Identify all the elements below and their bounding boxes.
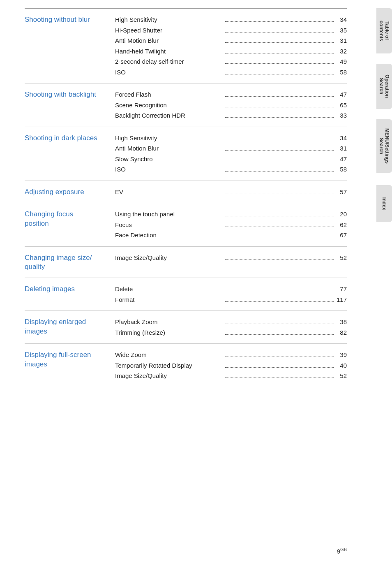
entry-label: High Sensitivity	[115, 133, 224, 144]
entry-page: 49	[335, 56, 347, 67]
entry-page: 58	[335, 164, 347, 175]
toc-entry[interactable]: Image Size/Quality52	[115, 253, 347, 263]
toc-entry[interactable]: Forced Flash47	[115, 89, 347, 100]
toc-entries: High Sensitivity34Anti Motion Blur31Slow…	[115, 133, 347, 175]
toc-entry[interactable]: EV57	[115, 187, 347, 197]
entry-dots	[225, 194, 334, 194]
entry-page: 40	[335, 360, 347, 371]
toc-entry[interactable]: Using the touch panel20	[115, 209, 347, 220]
entry-label: High Sensitivity	[115, 14, 224, 25]
entry-label: Delete	[115, 284, 224, 294]
toc-row: Deleting imagesDelete77Format117	[25, 278, 347, 310]
toc-entry[interactable]: High Sensitivity34	[115, 14, 347, 25]
toc-entry[interactable]: 2-second delay self-timer49	[115, 56, 347, 67]
entry-page: 33	[335, 110, 347, 121]
toc-category: Shooting with backlight	[25, 89, 115, 100]
toc-entry[interactable]: Trimming (Resize)82	[115, 327, 347, 338]
entry-label: Wide Zoom	[115, 350, 224, 360]
toc-entry[interactable]: High Sensitivity34	[115, 133, 347, 144]
entry-label: Anti Motion Blur	[115, 143, 224, 154]
toc-row: Changing image size/qualityImage Size/Qu…	[25, 246, 347, 278]
toc-entry[interactable]: Slow Synchro47	[115, 154, 347, 164]
entry-label: ISO	[115, 164, 224, 175]
entry-label: ISO	[115, 67, 224, 78]
entry-label: Anti Motion Blur	[115, 35, 224, 46]
entry-dots	[225, 161, 334, 161]
entry-label: Format	[115, 294, 224, 305]
entry-page: 34	[335, 133, 347, 144]
entry-dots	[225, 74, 334, 74]
tab-menu-label: MENU/SettingsSearch	[378, 128, 390, 164]
entry-page: 82	[335, 327, 347, 338]
entry-label: Hand-held Twilight	[115, 46, 224, 57]
toc-category: Changing image size/quality	[25, 253, 115, 272]
toc-entry[interactable]: Backlight Correction HDR33	[115, 110, 347, 121]
tab-menu-settings-search[interactable]: MENU/SettingsSearch	[376, 119, 392, 173]
entry-dots	[225, 42, 334, 43]
tab-operation-search[interactable]: OperationSearch	[376, 64, 392, 109]
entry-dots	[225, 117, 334, 118]
tab-index[interactable]: Index	[376, 185, 392, 222]
toc-entries: Wide Zoom39Temporarily Rotated Display40…	[115, 350, 347, 381]
entry-page: 47	[335, 89, 347, 100]
entry-label: Using the touch panel	[115, 209, 224, 220]
toc-entry[interactable]: Image Size/Quality52	[115, 371, 347, 381]
entry-page: 32	[335, 46, 347, 57]
toc-entry[interactable]: Delete77	[115, 284, 347, 294]
page-number: 9GB	[337, 547, 347, 555]
toc-row: Shooting with backlightForced Flash47Sce…	[25, 83, 347, 127]
entry-dots	[225, 150, 334, 151]
entry-page: 47	[335, 154, 347, 164]
entry-dots	[225, 63, 334, 64]
entry-page: 117	[335, 294, 347, 305]
toc-entry[interactable]: Face Detection67	[115, 230, 347, 241]
toc-entry[interactable]: Anti Motion Blur31	[115, 35, 347, 46]
toc-entries: Forced Flash47Scene Recognition65Backlig…	[115, 89, 347, 121]
toc-entry[interactable]: Hand-held Twilight32	[115, 46, 347, 57]
toc-row: Displaying enlargedimagesPlayback Zoom38…	[25, 310, 347, 343]
entry-page: 35	[335, 25, 347, 36]
entry-dots	[225, 259, 334, 260]
toc-entry[interactable]: Temporarily Rotated Display40	[115, 360, 347, 371]
entry-label: Image Size/Quality	[115, 371, 224, 381]
toc-category: Displaying full-screenimages	[25, 350, 115, 369]
entry-page: 65	[335, 100, 347, 111]
entry-label: Playback Zoom	[115, 317, 224, 327]
main-content: Shooting without blurHigh Sensitivity34H…	[25, 8, 347, 412]
toc-category: Shooting in dark places	[25, 133, 115, 143]
entry-dots	[225, 96, 334, 97]
toc-entry[interactable]: Format117	[115, 294, 347, 305]
entry-label: Face Detection	[115, 230, 224, 241]
toc-entries: Using the touch panel20Focus62Face Detec…	[115, 209, 347, 241]
toc-entries: Delete77Format117	[115, 284, 347, 305]
entry-label: Scene Recognition	[115, 100, 224, 111]
toc-row: Changing focuspositionUsing the touch pa…	[25, 203, 347, 246]
entry-page: 57	[335, 187, 347, 197]
toc-entry[interactable]: Hi-Speed Shutter35	[115, 25, 347, 36]
entry-dots	[225, 21, 334, 22]
toc-entry[interactable]: Focus62	[115, 220, 347, 230]
tab-contents-label: Table ofcontents	[378, 21, 390, 41]
toc-entry[interactable]: Anti Motion Blur31	[115, 143, 347, 154]
toc-entry[interactable]: ISO58	[115, 164, 347, 175]
toc-category: Shooting without blur	[25, 14, 115, 25]
toc-entry[interactable]: Scene Recognition65	[115, 100, 347, 111]
entry-page: 31	[335, 143, 347, 154]
toc-entries: EV57	[115, 187, 347, 197]
entry-label: Focus	[115, 220, 224, 230]
entry-dots	[225, 324, 334, 324]
toc-entry[interactable]: Playback Zoom38	[115, 317, 347, 327]
toc-entry[interactable]: Wide Zoom39	[115, 350, 347, 360]
toc-entries: Image Size/Quality52	[115, 253, 347, 263]
toc-row: Displaying full-screenimagesWide Zoom39T…	[25, 343, 347, 387]
tab-table-of-contents[interactable]: Table ofcontents	[376, 8, 392, 53]
entry-page: 67	[335, 230, 347, 241]
tab-operation-label: OperationSearch	[378, 75, 390, 98]
entry-page: 31	[335, 35, 347, 46]
entry-label: Temporarily Rotated Display	[115, 360, 224, 371]
entry-dots	[225, 291, 334, 291]
entry-page: 20	[335, 209, 347, 220]
toc-entry[interactable]: ISO58	[115, 67, 347, 78]
entry-dots	[225, 227, 334, 227]
entry-label: Hi-Speed Shutter	[115, 25, 224, 36]
